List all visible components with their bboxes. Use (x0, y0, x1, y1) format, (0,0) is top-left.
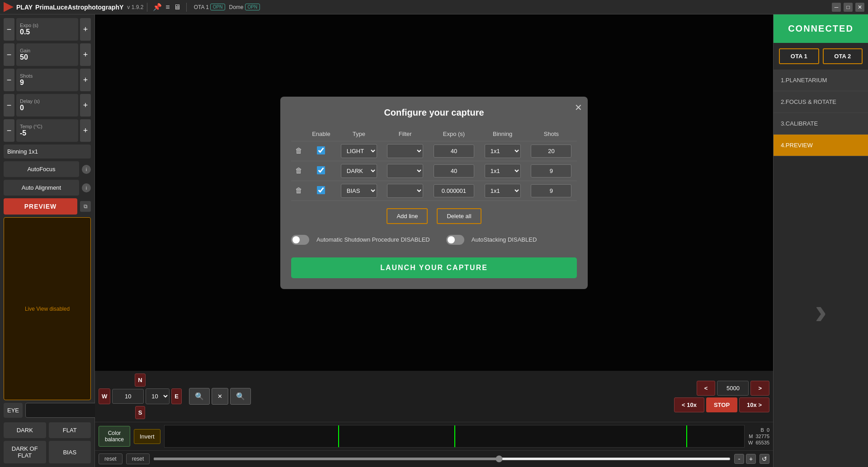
expo-plus-button[interactable]: + (80, 18, 91, 41)
eye-row: EYE 13.27 (4, 403, 91, 418)
zoom-in-button[interactable]: 🔍 (189, 388, 210, 405)
pin-icon[interactable]: 📌 (153, 3, 162, 11)
next-button[interactable]: > (750, 381, 769, 396)
launch-capture-button[interactable]: LAUNCH YOUR CAPTURE (291, 257, 577, 278)
stop-button[interactable]: STOP (706, 397, 737, 412)
reset2-button[interactable]: reset (126, 453, 150, 464)
type-row2-select[interactable]: LIGHTDARKBIASFLAT (341, 164, 377, 178)
shots-row1-input[interactable] (531, 145, 571, 158)
shots-minus-button[interactable]: − (4, 69, 14, 91)
eye-button[interactable]: EYE (4, 403, 23, 418)
shots-plus-button[interactable]: + (80, 69, 91, 91)
prev10-button[interactable]: < 10x (674, 397, 704, 412)
dark-button[interactable]: DARK (4, 422, 46, 438)
filter-row1-select[interactable] (387, 144, 423, 158)
modal-close-button[interactable]: ✕ (575, 102, 582, 113)
next10-button[interactable]: 10x > (739, 397, 769, 412)
monitor-icon[interactable]: 🖥 (174, 3, 181, 11)
gain-minus-button[interactable]: − (4, 43, 14, 66)
b-label: B (761, 427, 764, 433)
col-shots: Shots (526, 127, 577, 141)
refresh-button[interactable]: ↺ (760, 454, 769, 464)
delay-minus-button[interactable]: − (4, 94, 14, 117)
shots-row3-input[interactable] (531, 184, 571, 197)
type-row1-select[interactable]: LIGHTDARKBIASFLAT (341, 144, 377, 158)
expo-row2-input[interactable] (434, 164, 474, 177)
shots-field: Shots 9 (16, 69, 78, 91)
separator2 (186, 3, 187, 12)
planetarium-menu-item[interactable]: 1.PLANETARIUM (774, 70, 868, 91)
col-enable: Enable (307, 127, 336, 141)
temp-minus-button[interactable]: − (4, 119, 14, 142)
autofocus-button[interactable]: AutoFocus (4, 161, 79, 177)
goto-input[interactable] (717, 381, 749, 396)
calibrate-menu-item[interactable]: 3.CALIBRATE (774, 113, 868, 135)
minus-small-button[interactable]: - (734, 454, 744, 464)
filter-row2-select[interactable] (387, 164, 423, 178)
type-row3-select[interactable]: LIGHTDARKBIASFLAT (341, 184, 377, 198)
modal: ✕ Configure your capture Enable Type Fil… (280, 97, 588, 289)
filter-row3-select[interactable] (387, 184, 423, 198)
expo-minus-button[interactable]: − (4, 18, 14, 41)
autofocus-info-icon[interactable]: i (82, 165, 91, 174)
bias-button[interactable]: BIAS (49, 441, 91, 463)
capture-table-body: 🗑 LIGHTDARKBIASFLAT 1x12x2 🗑 (291, 141, 577, 201)
gain-plus-button[interactable]: + (80, 43, 91, 66)
delete-all-button[interactable]: Delete all (437, 208, 481, 224)
reset1-button[interactable]: reset (99, 453, 123, 464)
auto-alignment-button[interactable]: Auto Alignment (4, 180, 79, 196)
zoom-reset-button[interactable]: ✕ (212, 388, 228, 405)
gain-control: − Gain 50 + (4, 43, 91, 66)
histogram-left-line (338, 425, 339, 447)
enable-row1-checkbox[interactable] (317, 146, 325, 154)
color-balance-button[interactable]: Colorbalance (99, 426, 130, 447)
delay-plus-button[interactable]: + (80, 94, 91, 117)
delete-row3-button[interactable]: 🗑 (295, 187, 302, 195)
ota1-button[interactable]: OTA 1 (779, 48, 819, 64)
stretch-slider[interactable] (153, 458, 731, 460)
south-button[interactable]: S (135, 406, 146, 419)
close-button[interactable]: ✕ (855, 3, 864, 12)
expo-row1-input[interactable] (434, 145, 474, 158)
auto-shutdown-toggle[interactable] (291, 235, 309, 245)
alignment-info-icon[interactable]: i (82, 183, 91, 192)
enable-row3-checkbox[interactable] (317, 186, 325, 194)
minimize-button[interactable]: ─ (832, 3, 841, 12)
app-name: PrimaLuceAstrophotographY (35, 4, 123, 11)
ota2-button[interactable]: OTA 2 (823, 48, 863, 64)
binning-row2-select[interactable]: 1x12x2 (485, 164, 521, 178)
histogram-mid-line (454, 425, 455, 447)
preview-menu-item[interactable]: 4.PREVIEW (774, 135, 868, 156)
delete-row2-button[interactable]: 🗑 (295, 167, 302, 175)
binning-row3-select[interactable]: 1x12x2 (485, 184, 521, 198)
live-view-button[interactable]: Live View disabled (4, 217, 91, 400)
gain-field: Gain 50 (16, 43, 78, 66)
plus-small-button[interactable]: + (746, 454, 756, 464)
west-button[interactable]: W (99, 388, 110, 404)
expo-row3-input[interactable] (434, 184, 474, 197)
add-line-button[interactable]: Add line (387, 208, 428, 224)
delete-row1-button[interactable]: 🗑 (295, 147, 302, 155)
enable-row2-checkbox[interactable] (317, 166, 325, 174)
maximize-button[interactable]: □ (844, 3, 853, 12)
temp-plus-button[interactable]: + (80, 119, 91, 142)
copy-icon-button[interactable]: ⧉ (80, 201, 91, 212)
prev-button[interactable]: < (697, 381, 716, 396)
north-button[interactable]: N (135, 374, 145, 387)
flat-button[interactable]: FLAT (49, 422, 91, 438)
auto-stacking-toggle[interactable] (446, 235, 464, 245)
zoom-out-button[interactable]: 🔍 (230, 388, 251, 405)
speed-select[interactable]: 102050 (146, 388, 170, 404)
binning-select[interactable]: Binning 1x1 Binning 2x2 Binning 3x3 (4, 145, 91, 159)
focus-menu-item[interactable]: 2.FOCUS & ROTATE (774, 91, 868, 113)
speed-input[interactable] (112, 389, 144, 404)
preview-button[interactable]: PREVIEW (4, 198, 77, 215)
table-row: 🗑 LIGHTDARKBIASFLAT 1x12x2 (291, 181, 577, 201)
settings-icon[interactable]: ≡ (165, 3, 170, 11)
binning-row1-select[interactable]: 1x12x2 (485, 144, 521, 158)
east-button[interactable]: E (171, 388, 182, 404)
darkflat-button[interactable]: DARK OF FLAT (4, 441, 46, 463)
col-expo: Expo (s) (428, 127, 479, 141)
invert-button[interactable]: Invert (134, 429, 160, 444)
shots-row2-input[interactable] (531, 164, 571, 177)
